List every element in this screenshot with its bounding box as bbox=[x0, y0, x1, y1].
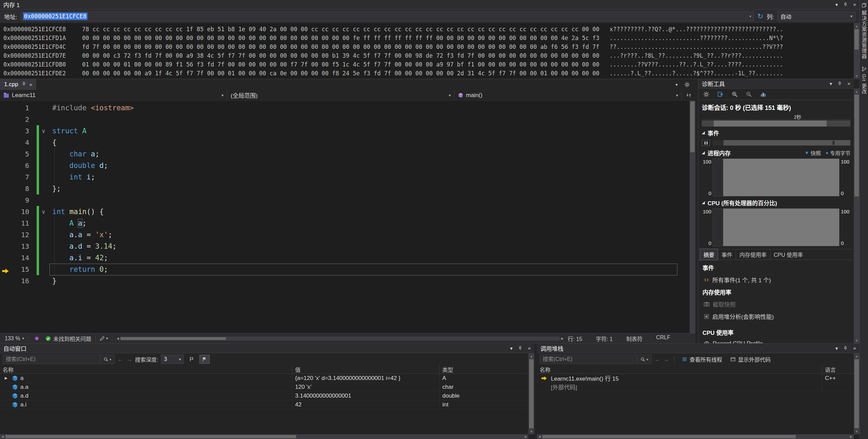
member-dropdown[interactable]: main() ▾ bbox=[455, 90, 682, 100]
breakpoint-margin[interactable] bbox=[0, 275, 12, 287]
code-line-14[interactable]: 14 a.i = 42; bbox=[0, 252, 690, 264]
code-editor[interactable]: 1#include <iostream>23∨struct A4{5 char … bbox=[0, 101, 695, 333]
diagnostics-tab-内存使用率[interactable]: 内存使用率 bbox=[736, 249, 770, 260]
code-text[interactable]: } bbox=[47, 275, 57, 287]
export-icon[interactable] bbox=[716, 90, 725, 99]
scroll-up-icon[interactable]: ▲ bbox=[854, 353, 860, 359]
scroll-left-icon[interactable]: ◀ bbox=[116, 337, 119, 340]
breakpoint-margin[interactable] bbox=[0, 137, 12, 148]
search-options-button[interactable]: ▾ bbox=[637, 355, 651, 364]
autos-vertical-scrollbar[interactable]: ▲ ▼ bbox=[528, 353, 534, 434]
scroll-right-icon[interactable]: ▶ bbox=[849, 434, 854, 439]
events-track[interactable] bbox=[713, 140, 850, 146]
memory-row[interactable]: 0x000000251E1CFDE200 00 00 00 00 00 a9 1… bbox=[3, 69, 851, 78]
autos-row[interactable]: a.d3.1400000000000001double bbox=[0, 392, 534, 400]
view-all-threads-button[interactable]: 查看所有线程 bbox=[679, 355, 725, 364]
code-line-16[interactable]: 16} bbox=[0, 275, 690, 287]
code-text[interactable] bbox=[47, 194, 52, 206]
autos-row[interactable]: ▶a{a=120 'x' d=3.1400000000000001 i=42 }… bbox=[0, 374, 534, 383]
code-text[interactable]: struct A bbox=[47, 125, 86, 137]
scroll-up-icon[interactable]: ▲ bbox=[528, 353, 534, 359]
breakpoint-margin[interactable] bbox=[0, 183, 12, 194]
pin-icon[interactable] bbox=[518, 346, 522, 350]
scrollbar-thumb[interactable] bbox=[690, 101, 695, 152]
diagnostics-tab-摘要[interactable]: 摘要 bbox=[700, 249, 718, 260]
code-line-5[interactable]: 5 char a; bbox=[0, 148, 690, 160]
project-dropdown[interactable]: Learnc11 ▾ bbox=[0, 90, 227, 100]
memory-grid[interactable]: 0x000000251E1CFCE878 cc cc cc cc cc cc c… bbox=[0, 23, 860, 79]
diagnostics-tab-CPU 使用率[interactable]: CPU 使用率 bbox=[770, 249, 806, 260]
close-icon[interactable]: × bbox=[30, 82, 33, 88]
autos-row[interactable]: a.i42int bbox=[0, 400, 534, 409]
breakpoint-margin[interactable] bbox=[0, 194, 12, 206]
autos-value-cell[interactable]: 120 'x' bbox=[292, 383, 440, 391]
code-line-4[interactable]: 4{ bbox=[0, 137, 690, 148]
chart-plot-area[interactable] bbox=[713, 158, 840, 196]
scroll-down-icon[interactable]: ▼ bbox=[528, 428, 534, 434]
breakpoint-margin[interactable] bbox=[0, 241, 12, 252]
autos-value-cell[interactable]: {a=120 'x' d=3.1400000000000001 i=42 } bbox=[292, 374, 440, 382]
scrollbar-thumb[interactable] bbox=[854, 359, 859, 428]
window-menu-icon[interactable]: ▾ bbox=[835, 2, 838, 7]
code-line-9[interactable]: 9 bbox=[0, 194, 690, 206]
process-memory-chart[interactable]: 100 0 100 0 bbox=[700, 158, 852, 196]
chevron-down-icon[interactable]: ▾ bbox=[746, 14, 751, 19]
breakpoint-margin[interactable] bbox=[0, 217, 12, 229]
scrollbar-thumb[interactable] bbox=[854, 29, 859, 50]
autos-value-cell[interactable]: 3.1400000000000001 bbox=[292, 392, 440, 400]
diagnostics-vertical-scrollbar[interactable]: ▲ ▼ bbox=[854, 89, 860, 343]
code-text[interactable]: int i; bbox=[47, 171, 95, 183]
memory-row[interactable]: 0x000000251E1CFD7E00 00 00 c3 72 f3 fd 7… bbox=[3, 51, 851, 60]
flag-all-icon[interactable] bbox=[199, 355, 210, 364]
code-text[interactable]: int main() { bbox=[47, 206, 104, 217]
search-options-button[interactable]: ▾ bbox=[100, 355, 114, 364]
scroll-down-icon[interactable]: ▼ bbox=[854, 73, 860, 79]
code-text[interactable]: return 0; bbox=[47, 264, 108, 275]
record-cpu-profile-button[interactable]: Record CPU Profile bbox=[702, 340, 850, 343]
callstack-vertical-scrollbar[interactable]: ▲ ▼ bbox=[854, 353, 860, 434]
tab-solution-explorer[interactable]: 解决方案资源管理器 bbox=[861, 3, 868, 59]
show-external-code-button[interactable]: 显示外部代码 bbox=[728, 355, 773, 364]
cpu-section-header[interactable]: CPU (所有处理器的百分比) bbox=[698, 196, 854, 208]
settings-gear-icon[interactable] bbox=[682, 80, 691, 89]
breakpoint-margin[interactable] bbox=[0, 102, 12, 114]
breakpoint-margin[interactable] bbox=[0, 206, 12, 217]
breakpoint-margin[interactable] bbox=[0, 160, 12, 171]
splitter-autos-callstack[interactable] bbox=[534, 344, 537, 439]
flag-icon[interactable] bbox=[187, 355, 197, 364]
editor-vertical-scrollbar[interactable] bbox=[690, 101, 695, 333]
code-line-6[interactable]: 6 double d; bbox=[0, 160, 690, 171]
timeline-bar[interactable] bbox=[702, 120, 850, 127]
breakpoint-margin[interactable] bbox=[0, 229, 12, 241]
close-icon[interactable]: × bbox=[528, 346, 531, 351]
scroll-left-icon[interactable]: ◀ bbox=[537, 434, 542, 439]
search-input[interactable] bbox=[3, 356, 100, 362]
code-text[interactable]: char a; bbox=[47, 148, 99, 160]
callstack-frame[interactable]: Learnc11.exe!main() 行 15C++ bbox=[537, 374, 860, 383]
window-menu-icon[interactable]: ▾ bbox=[830, 81, 832, 86]
intellicode-icon[interactable] bbox=[33, 334, 41, 343]
tab-git-changes[interactable]: Git 更改 bbox=[861, 66, 868, 94]
expander-icon[interactable]: ▶ bbox=[3, 376, 9, 380]
autos-horizontal-scrollbar[interactable]: ◀ ▶ bbox=[0, 434, 528, 439]
process-memory-section-header[interactable]: 进程内存 ▼ 快照 ● 专用字节 bbox=[698, 147, 854, 158]
scrollbar-thumb[interactable] bbox=[542, 435, 796, 438]
autos-search-box[interactable]: ▾ bbox=[3, 355, 115, 364]
breakpoint-margin[interactable] bbox=[0, 252, 12, 264]
fold-chevron-icon[interactable]: ∨ bbox=[39, 206, 47, 217]
chart-icon[interactable] bbox=[759, 90, 768, 99]
code-text[interactable] bbox=[47, 114, 52, 125]
search-depth-combo[interactable]: 3 ▾ bbox=[161, 355, 184, 364]
breakpoint-margin[interactable] bbox=[0, 114, 12, 125]
zoom-dropdown[interactable]: 133 % ▾ bbox=[5, 336, 24, 342]
code-cleanup-button[interactable]: ▾ bbox=[100, 336, 108, 341]
autos-row[interactable]: a.a120 'x'char bbox=[0, 383, 534, 392]
scrollbar-thumb[interactable] bbox=[5, 435, 296, 438]
editor-horizontal-scrollbar[interactable]: ◀ ▶ bbox=[116, 337, 563, 341]
code-line-13[interactable]: 13 a.d = 3.14; bbox=[0, 241, 690, 252]
code-text[interactable]: a.d = 3.14; bbox=[47, 241, 117, 252]
tab-1cpp[interactable]: 1.cpp × bbox=[0, 79, 36, 90]
pin-icon[interactable] bbox=[843, 346, 848, 350]
code-line-12[interactable]: 12 a.a = 'x'; bbox=[0, 229, 690, 241]
pause-icon[interactable] bbox=[702, 140, 710, 146]
